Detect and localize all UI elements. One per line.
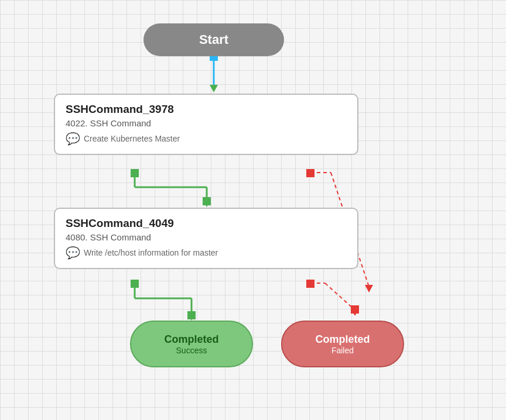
ssh-command-1-node[interactable]: SSHCommand_3978 4022. SSH Command 💬 Crea… [54, 94, 358, 155]
speech-icon-1: 💬 [66, 132, 80, 146]
svg-rect-19 [203, 197, 211, 205]
svg-marker-8 [365, 285, 373, 292]
failed-title: Completed [315, 333, 370, 346]
ssh1-number: 4022. SSH Command [66, 118, 347, 128]
completed-success-node: Completed Success [130, 321, 253, 367]
start-node: Start [143, 23, 284, 56]
svg-marker-5 [203, 199, 211, 207]
success-title: Completed [164, 333, 218, 346]
svg-line-14 [325, 283, 355, 310]
ssh2-description: 💬 Write /etc/host information for master [66, 246, 347, 260]
ssh-command-2-node[interactable]: SSHCommand_4049 4080. SSH Command 💬 Writ… [54, 208, 358, 269]
svg-rect-18 [306, 169, 314, 177]
svg-rect-22 [187, 311, 196, 319]
ssh2-number: 4080. SSH Command [66, 232, 347, 242]
completed-failed-node: Completed Failed [281, 321, 404, 367]
ssh2-id: SSHCommand_4049 [66, 217, 347, 230]
svg-rect-21 [306, 280, 314, 288]
failed-subtitle: Failed [331, 346, 354, 355]
success-subtitle: Success [176, 346, 207, 355]
svg-marker-15 [351, 309, 359, 316]
start-label: Start [199, 32, 228, 47]
svg-marker-12 [187, 314, 196, 321]
svg-rect-20 [131, 280, 139, 288]
svg-rect-23 [351, 305, 359, 314]
speech-icon-2: 💬 [66, 246, 80, 260]
ssh1-id: SSHCommand_3978 [66, 103, 347, 116]
ssh1-description: 💬 Create Kubernetes Master [66, 132, 347, 146]
svg-rect-17 [131, 169, 139, 177]
svg-marker-1 [210, 85, 218, 92]
workflow-canvas: Start SSHCommand_3978 4022. SSH Command … [0, 0, 506, 420]
